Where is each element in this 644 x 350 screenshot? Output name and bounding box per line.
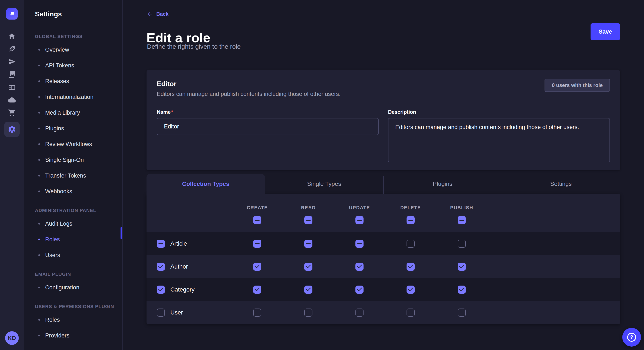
sidebar-item-api-tokens[interactable]: API Tokens: [25, 58, 122, 73]
select-all-create-checkbox[interactable]: [253, 216, 261, 224]
sidebar-item-overview[interactable]: Overview: [25, 42, 122, 58]
category-update-checkbox[interactable]: [356, 286, 364, 294]
bullet-icon: [38, 190, 40, 192]
bullet-icon: [38, 128, 40, 129]
main-nav-rail: KD: [0, 0, 24, 350]
sidebar-item-label: API Tokens: [45, 62, 74, 69]
sidebar-item-plugins[interactable]: Plugins: [25, 121, 122, 136]
table-row-author: Author: [146, 255, 620, 278]
description-textarea[interactable]: Editors can manage and publish contents …: [388, 118, 610, 162]
author-row-checkbox[interactable]: [157, 263, 165, 271]
cart-icon[interactable]: [5, 107, 19, 118]
bullet-icon: [38, 223, 40, 224]
author-read-checkbox[interactable]: [304, 263, 312, 271]
tab-plugins[interactable]: Plugins: [383, 174, 502, 194]
select-all-update-checkbox[interactable]: [356, 216, 364, 224]
strapi-logo-icon[interactable]: [6, 8, 18, 19]
role-name-heading: Editor: [157, 80, 610, 88]
permissions-tabs: Collection TypesSingle TypesPluginsSetti…: [146, 174, 620, 194]
sidebar-item-label: Plugins: [45, 125, 64, 132]
bullet-icon: [38, 112, 40, 114]
category-read-checkbox[interactable]: [304, 286, 312, 294]
layout-icon[interactable]: [5, 82, 19, 93]
sidebar-item-label: Single Sign-On: [45, 157, 84, 163]
article-delete-checkbox[interactable]: [406, 240, 415, 248]
required-asterisk: *: [171, 109, 173, 115]
back-label: Back: [156, 11, 168, 17]
user-delete-checkbox[interactable]: [406, 309, 415, 317]
name-field-label: Name*: [157, 109, 173, 115]
article-update-checkbox[interactable]: [356, 240, 364, 248]
avatar[interactable]: KD: [5, 331, 19, 345]
subnav-section: USERS & PERMISSIONS PLUGINRolesProviders: [25, 304, 122, 344]
sidebar-item-roles[interactable]: Roles: [25, 232, 122, 247]
tab-settings[interactable]: Settings: [502, 174, 620, 194]
author-create-checkbox[interactable]: [253, 263, 261, 271]
author-publish-checkbox[interactable]: [458, 263, 466, 271]
help-button[interactable]: ?: [622, 328, 641, 347]
nav-rail-icons: [0, 30, 24, 138]
sidebar-item-webhooks[interactable]: Webhooks: [25, 183, 122, 199]
user-publish-checkbox[interactable]: [458, 309, 466, 317]
feather-icon[interactable]: [5, 43, 19, 54]
main-content: Back Edit a role Define the rights given…: [123, 0, 644, 350]
row-label: User: [170, 309, 183, 316]
gear-icon[interactable]: [4, 122, 20, 137]
sidebar-item-roles[interactable]: Roles: [25, 312, 122, 328]
sidebar-item-configuration[interactable]: Configuration: [25, 280, 122, 295]
category-create-checkbox[interactable]: [253, 286, 261, 294]
subnav-section: ADMINISTRATION PANELAudit LogsRolesUsers: [25, 208, 122, 263]
permissions-panel: CREATEREADUPDATEDELETEPUBLISH ArticleAut…: [146, 194, 620, 324]
sidebar-item-releases[interactable]: Releases: [25, 73, 122, 89]
select-all-read-checkbox[interactable]: [304, 216, 312, 224]
bullet-icon: [38, 239, 40, 240]
sidebar-item-transfer-tokens[interactable]: Transfer Tokens: [25, 168, 122, 183]
article-read-checkbox[interactable]: [304, 240, 312, 248]
article-publish-checkbox[interactable]: [458, 240, 466, 248]
sidebar-item-label: Releases: [45, 78, 69, 85]
column-header-publish: PUBLISH: [450, 205, 473, 210]
sidebar-item-label: Webhooks: [45, 188, 72, 195]
sidebar-item-review-workflows[interactable]: Review Workflows: [25, 136, 122, 152]
logo-area: [0, 0, 24, 28]
select-all-delete-checkbox[interactable]: [406, 216, 415, 224]
sidebar-item-users[interactable]: Users: [25, 247, 122, 263]
user-read-checkbox[interactable]: [304, 309, 312, 317]
subnav-scrollbar-thumb[interactable]: [120, 227, 122, 239]
article-create-checkbox[interactable]: [253, 240, 261, 248]
tab-single-types[interactable]: Single Types: [265, 174, 383, 194]
user-row-checkbox[interactable]: [157, 309, 165, 317]
select-all-publish-checkbox[interactable]: [458, 216, 466, 224]
name-input[interactable]: [157, 118, 379, 135]
column-header-create: CREATE: [247, 205, 268, 210]
subnav-section-heading: EMAIL PLUGIN: [25, 272, 122, 280]
sidebar-item-providers[interactable]: Providers: [25, 328, 122, 344]
paper-plane-icon[interactable]: [5, 56, 19, 67]
sidebar-item-label: Configuration: [45, 284, 80, 291]
tab-collection-types[interactable]: Collection Types: [146, 174, 265, 194]
bullet-icon: [38, 175, 40, 176]
save-button[interactable]: Save: [590, 23, 620, 40]
user-update-checkbox[interactable]: [356, 309, 364, 317]
sidebar-item-internationalization[interactable]: Internationalization: [25, 89, 122, 105]
subnav-title: Settings: [25, 0, 122, 18]
sidebar-item-audit-logs[interactable]: Audit Logs: [25, 216, 122, 232]
subnav-section-heading: ADMINISTRATION PANEL: [25, 208, 122, 216]
sidebar-item-label: Providers: [45, 332, 70, 339]
header-spacer: [146, 205, 232, 210]
category-publish-checkbox[interactable]: [458, 286, 466, 294]
author-update-checkbox[interactable]: [356, 263, 364, 271]
cloud-icon[interactable]: [5, 94, 19, 105]
sidebar-item-media-library[interactable]: Media Library: [25, 105, 122, 121]
category-row-checkbox[interactable]: [157, 286, 165, 294]
article-row-checkbox[interactable]: [157, 240, 165, 248]
media-library-icon[interactable]: [5, 69, 19, 80]
users-with-role-button[interactable]: 0 users with this role: [544, 79, 610, 92]
user-create-checkbox[interactable]: [253, 309, 261, 317]
author-delete-checkbox[interactable]: [406, 263, 415, 271]
permissions-table-header: CREATEREADUPDATEDELETEPUBLISH: [146, 194, 620, 232]
sidebar-item-single-sign-on[interactable]: Single Sign-On: [25, 152, 122, 168]
back-link[interactable]: Back: [147, 11, 168, 17]
category-delete-checkbox[interactable]: [406, 286, 415, 294]
home-icon[interactable]: [5, 31, 19, 42]
